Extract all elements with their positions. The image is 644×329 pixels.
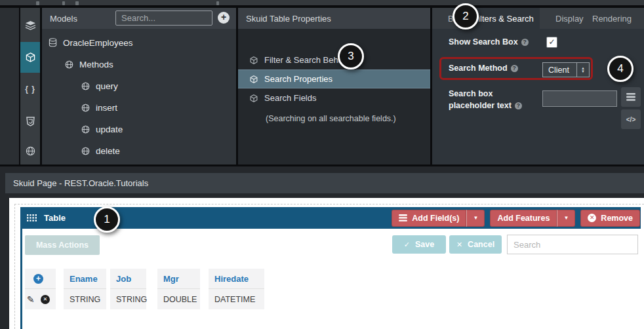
column-type-text: STRING [116, 295, 147, 304]
fields-stack-icon [399, 214, 407, 222]
column-type: DOUBLE [157, 289, 200, 309]
annotation-badge-4: 4 [607, 56, 634, 82]
edit-pencil-icon[interactable]: ✎ [27, 294, 35, 305]
braces-icon: { } [25, 85, 35, 94]
add-fields-button[interactable]: Add Field(s) [392, 210, 466, 227]
button-label: Add Features [497, 214, 550, 223]
placeholder-label-line1: Search box [449, 89, 493, 98]
globe-icon [81, 125, 90, 134]
globe-icon [81, 82, 90, 90]
help-icon[interactable]: ? [521, 39, 529, 46]
skuid-page-builder: { } Models + [0, 0, 644, 329]
add-fields-button-group: Add Field(s) ▼ [392, 210, 485, 227]
clipped-text-fragment [36, 1, 39, 5]
page-title: Skuid Page - REST.Oracle.Tutorials [13, 178, 148, 188]
add-model-button[interactable]: + [218, 12, 230, 24]
column-name: Mgr [163, 274, 179, 284]
placeholder-label-line2: placeholder text ? [449, 101, 522, 110]
column-header[interactable]: Ename [64, 269, 106, 289]
nav-item-label: Search Properties [264, 74, 332, 84]
tree-item-label: Methods [79, 60, 113, 69]
toolbar-css-tab[interactable] [20, 105, 40, 138]
toolbar-components-tab[interactable] [20, 8, 40, 43]
models-panel-title: Models [50, 14, 77, 24]
models-panel: Models + OracleEmployees Methods [42, 8, 236, 164]
cancel-button[interactable]: ✕ Cancel [449, 235, 502, 254]
row-actions-column: + ✎ ✕ [25, 269, 56, 309]
globe-icon [81, 147, 90, 155]
remove-button[interactable]: ✕ Remove [580, 210, 640, 227]
search-placeholder-input[interactable] [542, 90, 617, 107]
tree-item-insert[interactable]: insert [81, 100, 117, 115]
searchable-fields-note: (Searching on all searchable fields.) [266, 114, 396, 123]
toolbar-models-tab[interactable] [20, 42, 40, 73]
code-editor-button[interactable]: </> [621, 109, 641, 129]
dropzone-border [14, 204, 15, 329]
column-type-text: DATETIME [214, 295, 255, 304]
column-name: Hiredate [214, 274, 249, 284]
tree-item-methods[interactable]: Methods [65, 57, 113, 71]
table-column-hiredate: Hiredate DATETIME [209, 269, 264, 309]
tree-item-update[interactable]: update [81, 122, 123, 136]
tab-display[interactable]: Display [555, 8, 584, 29]
tree-item-model[interactable]: OracleEmployees [49, 35, 133, 50]
cube-icon [250, 56, 258, 64]
properties-panel-header: Skuid Table Properties [238, 8, 430, 29]
add-features-dropdown-arrow[interactable]: ▼ [557, 210, 575, 227]
tab-label: Filters & Search [473, 14, 533, 24]
field-picker-button[interactable] [621, 87, 641, 107]
table-column-ename: Ename STRING [64, 269, 106, 309]
help-icon[interactable]: ? [511, 65, 518, 72]
tab-label: Rendering [592, 14, 632, 24]
label-text: Search Method [449, 64, 508, 73]
nav-item-filter-search-behavior[interactable]: Filter & Search Behavior [238, 50, 430, 69]
tree-item-query[interactable]: query [81, 79, 118, 93]
database-icon [49, 38, 57, 47]
tree-item-delete[interactable]: delete [81, 144, 120, 158]
add-row-button[interactable]: + [33, 274, 43, 284]
column-header[interactable]: Hiredate [209, 269, 264, 289]
detail-panel-body: Show Search Box ? ✓ Search Method ? Clie… [432, 29, 644, 164]
table-search-input[interactable] [507, 235, 638, 254]
models-panel-header: Models + [42, 8, 236, 29]
tab-rendering[interactable]: Rendering [592, 8, 632, 29]
tree-item-label: delete [96, 146, 120, 156]
table-grid-icon [27, 214, 37, 222]
save-button[interactable]: ✓ Save [392, 235, 446, 254]
column-type: DATETIME [209, 289, 264, 309]
add-fields-dropdown-arrow[interactable]: ▼ [466, 210, 485, 227]
column-type-text: STRING [70, 295, 100, 304]
nav-item-label: Search Fields [264, 93, 316, 103]
clipped-text-fragment [216, 1, 219, 5]
search-method-select[interactable]: Client ▲▼ [542, 62, 590, 77]
models-search-input[interactable] [115, 10, 212, 26]
column-header[interactable]: Mgr [157, 269, 200, 289]
select-value: Client [543, 66, 576, 75]
column-header[interactable]: Job [110, 269, 146, 289]
cube-icon [250, 75, 258, 83]
column-header: + [25, 269, 56, 289]
button-label: Cancel [468, 240, 494, 249]
nav-item-search-fields[interactable]: Search Fields [238, 88, 430, 107]
toolbar-resources-tab[interactable]: { } [20, 73, 40, 106]
code-icon: </> [626, 116, 635, 123]
cube-icon [26, 52, 35, 62]
page-preview-section: Skuid Page - REST.Oracle.Tutorials Table [0, 166, 644, 329]
label-text: Search box [449, 89, 493, 98]
models-tree: OracleEmployees Methods query [42, 29, 236, 164]
check-icon: ✓ [404, 241, 410, 249]
nav-item-search-properties[interactable]: Search Properties [238, 69, 430, 88]
annotation-badge-3: 3 [338, 43, 364, 69]
column-type-text: DOUBLE [163, 295, 197, 304]
toolbar-api-tab[interactable] [20, 138, 40, 164]
add-features-button[interactable]: Add Features [490, 210, 557, 227]
properties-panel-title: Skuid Table Properties [246, 14, 331, 24]
help-icon[interactable]: ? [515, 102, 522, 109]
table-component-title: Table [44, 213, 66, 223]
mass-actions-button[interactable]: Mass Actions [25, 235, 100, 255]
column-name: Ename [70, 274, 98, 284]
tree-item-label: OracleEmployees [63, 38, 133, 48]
delete-row-icon[interactable]: ✕ [41, 295, 50, 304]
clipped-top-toolbar [0, 0, 644, 5]
show-search-box-checkbox[interactable]: ✓ [546, 37, 557, 48]
